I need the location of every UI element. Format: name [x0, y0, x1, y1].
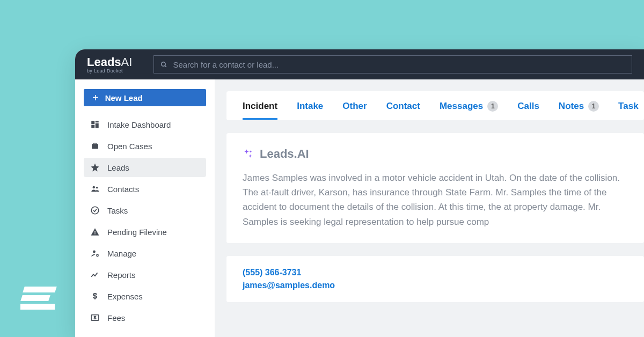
- sidebar-item-label: Tasks: [107, 206, 128, 215]
- tab-contact[interactable]: Contact: [386, 101, 420, 120]
- tabs-bar: Incident Intake Other Contact Messages1 …: [226, 91, 644, 120]
- contact-info-card: (555) 366-3731 james@samples.demo: [226, 256, 644, 302]
- search-icon: [160, 61, 167, 68]
- logo-thin: AI: [121, 55, 133, 69]
- dashboard-icon: [90, 120, 100, 129]
- check-circle-icon: [90, 206, 100, 215]
- svg-rect-2: [91, 121, 94, 124]
- briefcase-icon: [90, 141, 100, 151]
- contact-phone-link[interactable]: (555) 366-3731: [243, 268, 628, 277]
- sparkle-icon: [243, 148, 253, 160]
- plus-icon: +: [92, 92, 99, 103]
- contact-email-link[interactable]: james@samples.demo: [243, 281, 628, 290]
- tab-badge: 1: [588, 101, 599, 112]
- sidebar-item-label: Open Cases: [107, 142, 152, 151]
- tab-messages[interactable]: Messages1: [440, 101, 498, 120]
- svg-point-0: [162, 62, 166, 66]
- sidebar-item-label: Pending Filevine: [107, 228, 167, 237]
- app-window: LeadsAI by Lead Docket + New Lead Intake…: [75, 49, 644, 337]
- svg-point-9: [93, 251, 96, 253]
- svg-point-7: [96, 187, 98, 189]
- tab-badge: 1: [487, 101, 498, 112]
- sidebar-item-leads[interactable]: Leads: [84, 158, 206, 177]
- tab-other[interactable]: Other: [342, 101, 367, 120]
- sidebar-item-label: Contacts: [107, 185, 139, 194]
- tab-calls[interactable]: Calls: [517, 101, 539, 120]
- search-field[interactable]: [153, 55, 632, 74]
- svg-rect-3: [96, 121, 99, 122]
- sidebar-item-contacts[interactable]: Contacts: [84, 179, 206, 199]
- sidebar-item-reports[interactable]: Reports: [84, 265, 206, 284]
- warning-icon: [90, 227, 100, 237]
- background-brand-mark: [20, 287, 55, 312]
- sidebar-item-expenses[interactable]: Expenses: [84, 287, 206, 306]
- topbar: LeadsAI by Lead Docket: [75, 49, 644, 79]
- app-logo: LeadsAI by Lead Docket: [87, 55, 132, 74]
- tab-incident[interactable]: Incident: [243, 101, 277, 120]
- sidebar-item-fees[interactable]: Fees: [84, 308, 206, 327]
- summary-body: James Samples was involved in a motor ve…: [243, 171, 628, 229]
- logo-bold: Leads: [87, 55, 121, 69]
- logo-subtitle: by Lead Docket: [87, 68, 132, 74]
- sidebar-item-tasks[interactable]: Tasks: [84, 201, 206, 220]
- sidebar-item-open-cases[interactable]: Open Cases: [84, 136, 206, 156]
- sidebar-item-label: Expenses: [107, 292, 143, 301]
- sidebar-item-intake-dashboard[interactable]: Intake Dashboard: [84, 115, 206, 134]
- dollar-icon: [90, 291, 100, 301]
- main-content: Incident Intake Other Contact Messages1 …: [215, 79, 644, 337]
- tab-task[interactable]: Task: [618, 101, 639, 120]
- dollar-box-icon: [90, 313, 100, 323]
- search-input[interactable]: [173, 60, 625, 69]
- svg-line-1: [165, 65, 167, 67]
- tab-intake[interactable]: Intake: [297, 101, 323, 120]
- sidebar-item-label: Intake Dashboard: [107, 120, 171, 129]
- summary-title: Leads.AI: [260, 147, 309, 161]
- svg-rect-4: [96, 123, 99, 128]
- svg-rect-5: [91, 125, 94, 128]
- svg-point-6: [93, 186, 96, 189]
- user-cog-icon: [90, 248, 100, 258]
- sidebar-item-label: Leads: [107, 163, 129, 172]
- sidebar: + New Lead Intake Dashboard Open Cases L…: [75, 79, 215, 337]
- sidebar-item-label: Reports: [107, 270, 136, 280]
- trend-icon: [90, 270, 100, 280]
- sidebar-item-manage[interactable]: Manage: [84, 244, 206, 263]
- sidebar-item-label: Fees: [107, 313, 125, 323]
- tab-notes[interactable]: Notes1: [559, 101, 599, 120]
- people-icon: [90, 184, 100, 194]
- sidebar-item-pending-filevine[interactable]: Pending Filevine: [84, 222, 206, 241]
- ai-summary-card: Leads.AI James Samples was involved in a…: [226, 133, 644, 243]
- svg-point-8: [91, 207, 99, 214]
- star-icon: [90, 163, 100, 172]
- sidebar-item-label: Manage: [107, 249, 136, 258]
- new-lead-button[interactable]: + New Lead: [84, 89, 206, 106]
- new-lead-label: New Lead: [105, 93, 143, 102]
